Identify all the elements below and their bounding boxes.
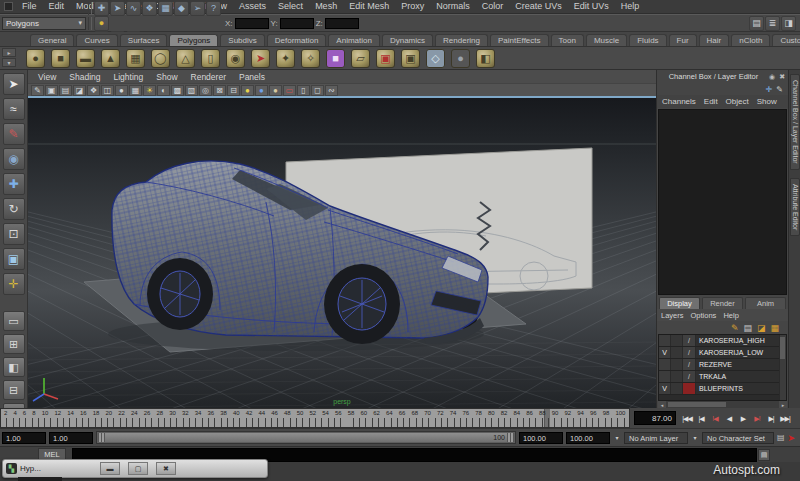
- playback-start-field[interactable]: 1.00: [49, 432, 93, 444]
- layer-editor-menu-item[interactable]: Help: [723, 311, 738, 320]
- poly-cylinder-icon[interactable]: ▬: [76, 49, 95, 68]
- layer-color-swatch[interactable]: [683, 383, 696, 394]
- menu-item[interactable]: Edit UVs: [568, 1, 615, 11]
- layer-row[interactable]: V / KAROSERIJA_LOW: [659, 347, 779, 359]
- combine-icon[interactable]: ▱: [351, 49, 370, 68]
- move-tool-icon[interactable]: ✚: [3, 173, 25, 195]
- isolate-select-icon[interactable]: ◎: [199, 85, 212, 96]
- layer-name[interactable]: KAROSERIJA_LOW: [696, 347, 779, 358]
- layer-playback-toggle[interactable]: [671, 335, 683, 346]
- wireframe-display-icon[interactable]: ◫: [101, 85, 114, 96]
- show-manipulator-tool-icon[interactable]: ✛: [3, 273, 25, 295]
- poly-pipe-icon[interactable]: ▯: [201, 49, 220, 68]
- layer-editor-tab[interactable]: Anim: [745, 297, 786, 309]
- paint-select-tool-icon[interactable]: ✎: [3, 123, 25, 145]
- lock-icon[interactable]: ●: [94, 16, 109, 31]
- camera-bookmark-icon[interactable]: ▤: [59, 85, 72, 96]
- step-forward-frame-button[interactable]: ▶|: [764, 412, 778, 426]
- scrollbar-thumb[interactable]: [668, 402, 726, 407]
- range-slider-handle[interactable]: 100: [98, 433, 514, 442]
- step-back-frame-button[interactable]: |◀: [694, 412, 708, 426]
- camera-lock-icon[interactable]: ▣: [45, 85, 58, 96]
- hypershade-layout-icon[interactable]: ⊟: [3, 380, 25, 400]
- prev-key-button[interactable]: !◀: [708, 412, 722, 426]
- range-grip-right[interactable]: [507, 433, 514, 442]
- script-editor-icon[interactable]: ▤: [758, 449, 770, 461]
- poly-pyramid-icon[interactable]: △: [176, 49, 195, 68]
- shelf-tab[interactable]: Deformation: [267, 34, 327, 46]
- layer-visibility-toggle[interactable]: [659, 359, 671, 370]
- menu-item[interactable]: Select: [272, 1, 309, 11]
- bridge-icon[interactable]: ✧: [301, 49, 320, 68]
- z-input[interactable]: [325, 18, 359, 29]
- edit-layer-icon[interactable]: ✎: [731, 323, 739, 333]
- close-button[interactable]: ✖: [156, 462, 176, 475]
- layer-row[interactable]: / REZERVE: [659, 359, 779, 371]
- shelf-tab[interactable]: Polygons: [169, 34, 218, 46]
- use-all-lights-icon[interactable]: ☀: [143, 85, 156, 96]
- panel-menu-item[interactable]: Lighting: [107, 72, 149, 82]
- panel-menu-item[interactable]: Show: [150, 72, 183, 82]
- layer-playback-toggle[interactable]: [671, 359, 683, 370]
- shelf-tab[interactable]: Fluids: [629, 34, 666, 46]
- layer-color-swatch[interactable]: /: [683, 371, 696, 382]
- key-light-icon[interactable]: ●: [255, 85, 268, 96]
- single-pane-layout-icon[interactable]: ▭: [3, 311, 25, 331]
- layer-playback-toggle[interactable]: [671, 347, 683, 358]
- animation-start-field[interactable]: 1.00: [2, 432, 46, 444]
- chevron-down-icon[interactable]: ▾: [613, 434, 621, 441]
- four-pane-layout-icon[interactable]: ⊞: [3, 334, 25, 354]
- viewport-canvas[interactable]: persp: [28, 98, 656, 408]
- menu-item[interactable]: Proxy: [395, 1, 430, 11]
- poly-sphere-icon[interactable]: ●: [26, 49, 45, 68]
- panel-menu-item[interactable]: Panels: [233, 72, 271, 82]
- pan-zoom-icon[interactable]: ❖: [87, 85, 100, 96]
- auto-keyframe-icon[interactable]: ➤: [788, 433, 796, 443]
- current-time-field[interactable]: 87.00: [634, 411, 676, 425]
- backface-culling-icon[interactable]: ⊟: [227, 85, 240, 96]
- quick-help-icon[interactable]: ?: [206, 1, 221, 16]
- default-light-icon[interactable]: ●: [241, 85, 254, 96]
- shelf-menu-arrow-icon[interactable]: ▾: [2, 58, 16, 67]
- ambient-occlusion-icon[interactable]: ▩: [171, 85, 184, 96]
- shelf-tab[interactable]: Surfaces: [120, 34, 168, 46]
- shelf-tab[interactable]: Curves: [76, 34, 117, 46]
- layer-row[interactable]: / KAROSERIJA_HIGH: [659, 335, 779, 347]
- animation-end-field[interactable]: 100.00: [566, 432, 610, 444]
- menu-item[interactable]: Create UVs: [509, 1, 568, 11]
- timeline-ruler[interactable]: 2 4 6 8 10 12 14 16 18 20 22 24: [0, 408, 630, 428]
- panel-menu-item[interactable]: View: [32, 72, 62, 82]
- layer-editor-tab[interactable]: Display: [659, 297, 700, 309]
- close-icon[interactable]: ✖: [779, 73, 785, 80]
- go-to-start-button[interactable]: |◀◀: [680, 412, 694, 426]
- safe-action-icon[interactable]: ◻: [311, 85, 324, 96]
- menu-item[interactable]: File: [16, 1, 43, 11]
- play-forwards-button[interactable]: ▶: [736, 412, 750, 426]
- textured-display-icon[interactable]: ▦: [129, 85, 142, 96]
- anim-layer-dropdown[interactable]: No Anim Layer: [624, 432, 688, 444]
- range-grip-left[interactable]: [98, 433, 105, 442]
- create-layer-from-selected-icon[interactable]: ◪: [757, 323, 766, 333]
- shelf-tab[interactable]: Rendering: [435, 34, 488, 46]
- film-gate-icon[interactable]: ▯: [297, 85, 310, 96]
- menu-set-selector[interactable]: Polygons ▾: [2, 17, 86, 30]
- select-tool-icon[interactable]: ➤: [3, 73, 25, 95]
- side-tab[interactable]: Channel Box / Layer Editor: [790, 74, 800, 170]
- shelf-tab-arrow-icon[interactable]: ▸: [2, 48, 16, 57]
- shelf-tab[interactable]: PaintEffects: [490, 34, 549, 46]
- shelf-tab[interactable]: Dynamics: [382, 34, 433, 46]
- uv-sphere-icon[interactable]: ●: [451, 49, 470, 68]
- layer-playback-toggle[interactable]: [671, 371, 683, 382]
- shadows-icon[interactable]: ◐: [157, 85, 170, 96]
- maximize-button[interactable]: ▢: [128, 462, 148, 475]
- layer-editor-menu-item[interactable]: Options: [691, 311, 717, 320]
- select-hierarchy-icon[interactable]: ✚: [94, 1, 109, 16]
- smooth-shade-icon[interactable]: ●: [115, 85, 128, 96]
- channel-box-menu-item[interactable]: Show: [757, 97, 777, 106]
- persp-outliner-layout-icon[interactable]: ◧: [3, 357, 25, 377]
- y-input[interactable]: [280, 18, 314, 29]
- pin-icon[interactable]: ◉: [769, 73, 775, 80]
- rotate-tool-icon[interactable]: ↻: [3, 198, 25, 220]
- split-polygon-icon[interactable]: ◇: [426, 49, 445, 68]
- panel-menu-item[interactable]: Shading: [63, 72, 106, 82]
